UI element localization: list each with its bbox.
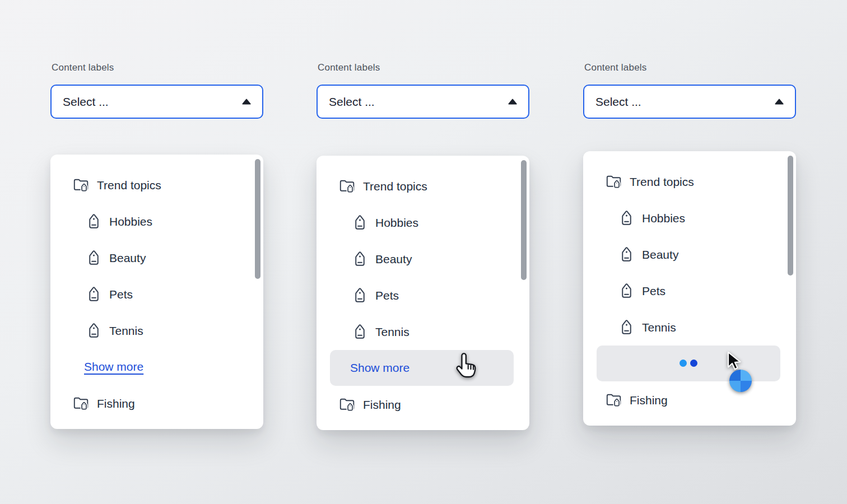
list-item-label: Hobbies bbox=[375, 216, 418, 228]
field-label: Content labels bbox=[584, 62, 646, 73]
list-item-beauty[interactable]: Beauty bbox=[583, 236, 796, 272]
dropdown-panel: Trend topics Hobbies Beauty bbox=[50, 155, 263, 429]
tag-icon bbox=[620, 246, 634, 262]
list-item-tennis[interactable]: Tennis bbox=[583, 309, 796, 345]
list-item-tennis[interactable]: Tennis bbox=[50, 312, 263, 348]
list-item-label: Fishing bbox=[363, 398, 401, 410]
dropdown-panel: Trend topics Hobbies Beauty bbox=[317, 156, 529, 430]
list-item-pets[interactable]: Pets bbox=[317, 277, 529, 313]
show-more-hover-highlight[interactable]: Show more bbox=[330, 350, 514, 386]
list-item-beauty[interactable]: Beauty bbox=[50, 239, 263, 276]
show-more-row-hover[interactable]: Show more bbox=[317, 349, 529, 386]
tag-icon bbox=[87, 322, 101, 338]
list-item-label: Beauty bbox=[109, 251, 146, 264]
list-item-hobbies[interactable]: Hobbies bbox=[50, 203, 263, 239]
list-item-trend-topics[interactable]: Trend topics bbox=[317, 167, 529, 204]
folder-tag-icon bbox=[606, 174, 622, 189]
caret-up-icon bbox=[775, 99, 784, 105]
list-item-label: Trend topics bbox=[630, 175, 694, 188]
tag-icon bbox=[353, 287, 367, 303]
folder-tag-icon bbox=[606, 392, 622, 407]
list-item-label: Hobbies bbox=[642, 211, 685, 224]
list-item-fishing[interactable]: Fishing bbox=[583, 381, 796, 418]
field-label: Content labels bbox=[318, 62, 380, 73]
tag-icon bbox=[353, 323, 367, 339]
list-item-label: Fishing bbox=[630, 393, 668, 406]
select-trigger[interactable]: Select ... bbox=[50, 85, 263, 119]
loading-indicator bbox=[597, 346, 780, 381]
folder-tag-icon bbox=[73, 177, 89, 192]
tag-icon bbox=[620, 282, 634, 298]
tag-icon bbox=[620, 209, 634, 226]
list-item-pets[interactable]: Pets bbox=[50, 276, 263, 312]
list-item-label: Hobbies bbox=[109, 214, 152, 227]
list-item-beauty[interactable]: Beauty bbox=[317, 240, 529, 277]
select-trigger[interactable]: Select ... bbox=[583, 85, 796, 119]
tag-icon bbox=[87, 286, 101, 302]
tag-icon bbox=[353, 250, 367, 267]
show-more-link[interactable]: Show more bbox=[350, 361, 409, 375]
list-item-trend-topics[interactable]: Trend topics bbox=[50, 166, 263, 203]
loading-dot bbox=[690, 360, 697, 367]
list-item-label: Pets bbox=[109, 287, 133, 300]
select-value: Select ... bbox=[63, 95, 109, 109]
list-item-pets[interactable]: Pets bbox=[583, 272, 796, 309]
list-item-label: Trend topics bbox=[363, 179, 427, 192]
tag-icon bbox=[353, 214, 367, 230]
list-item-label: Pets bbox=[642, 284, 666, 297]
tag-icon bbox=[87, 249, 101, 265]
select-value: Select ... bbox=[329, 95, 375, 109]
list-item-label: Tennis bbox=[109, 324, 143, 337]
dropdown-panel: Trend topics Hobbies Beauty bbox=[583, 151, 796, 426]
list-item-label: Trend topics bbox=[97, 178, 161, 191]
show-more-link[interactable]: Show more bbox=[84, 360, 143, 374]
caret-up-icon bbox=[508, 99, 517, 105]
folder-tag-icon bbox=[339, 178, 355, 193]
list-item-label: Beauty bbox=[642, 248, 678, 260]
folder-tag-icon bbox=[73, 395, 89, 410]
folder-tag-icon bbox=[339, 396, 355, 412]
list-item-trend-topics[interactable]: Trend topics bbox=[583, 163, 796, 199]
caret-up-icon bbox=[242, 99, 251, 105]
list-item-label: Beauty bbox=[375, 252, 412, 265]
loading-dot bbox=[680, 360, 687, 367]
list-item-fishing[interactable]: Fishing bbox=[317, 386, 529, 422]
list-item-label: Fishing bbox=[97, 396, 135, 409]
tag-icon bbox=[620, 319, 634, 335]
tag-icon bbox=[87, 213, 101, 229]
scrollbar-thumb[interactable] bbox=[788, 156, 793, 276]
show-more-row-loading bbox=[583, 345, 796, 381]
scrollbar-thumb[interactable] bbox=[255, 159, 260, 279]
list-item-hobbies[interactable]: Hobbies bbox=[317, 204, 529, 240]
list-item-tennis[interactable]: Tennis bbox=[317, 313, 529, 349]
list-item-label: Pets bbox=[375, 288, 399, 301]
scrollbar-thumb[interactable] bbox=[521, 160, 527, 280]
list-item-label: Tennis bbox=[642, 320, 676, 333]
list-item-hobbies[interactable]: Hobbies bbox=[583, 199, 796, 236]
list-item-label: Tennis bbox=[375, 325, 409, 338]
show-more-row[interactable]: Show more bbox=[50, 348, 263, 385]
field-label: Content labels bbox=[52, 62, 114, 73]
list-item-fishing[interactable]: Fishing bbox=[50, 385, 263, 421]
select-trigger[interactable]: Select ... bbox=[317, 85, 529, 119]
select-value: Select ... bbox=[595, 95, 641, 109]
